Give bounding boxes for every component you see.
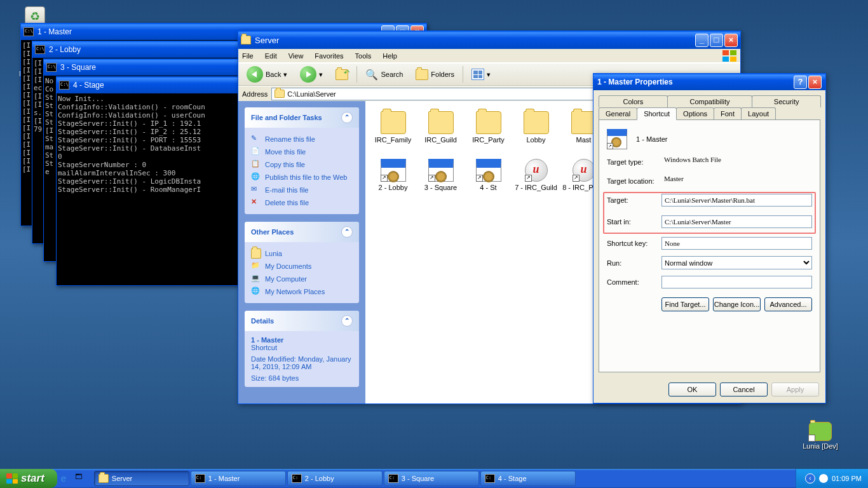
file-item[interactable]: IRC_Party: [465, 109, 512, 156]
search-button[interactable]: 🔍Search: [361, 66, 407, 83]
views-icon: [471, 69, 484, 80]
maximize-button[interactable]: □: [710, 34, 723, 47]
place-mydocs[interactable]: 📁My Documents: [251, 260, 353, 273]
menu-file[interactable]: File: [242, 52, 254, 60]
places-header[interactable]: Other Places⌃: [245, 222, 359, 242]
file-item[interactable]: IRC_Family: [369, 109, 417, 156]
windows-logo-icon: [6, 473, 18, 484]
tab-shortcut[interactable]: Shortcut: [637, 107, 677, 120]
file-item[interactable]: u7 - IRC_Guild: [512, 156, 560, 204]
properties-dialog[interactable]: 1 - Master Properties ? × Colors Compati…: [593, 73, 826, 403]
explorer-menubar: File Edit View Favorites Tools Help: [238, 49, 740, 63]
shortcutkey-label: Shortcut key:: [607, 240, 661, 247]
close-button[interactable]: ×: [808, 76, 822, 89]
file-item[interactable]: 3 - Square: [417, 156, 465, 204]
tasks-panel: File and Folder Tasks⌃ ✎Rename this file…: [245, 107, 359, 214]
dialog-footer: OK Cancel Apply: [593, 377, 825, 403]
task-label: Publish this file to the Web: [265, 173, 347, 181]
tray-icon[interactable]: [819, 474, 828, 483]
task-email[interactable]: ✉E-mail this file: [251, 184, 353, 196]
tab-colors[interactable]: Colors: [599, 95, 668, 107]
up-button[interactable]: ↶: [331, 67, 353, 83]
target-input[interactable]: [661, 194, 812, 207]
advanced-button[interactable]: Advanced...: [764, 297, 812, 311]
apply-button[interactable]: Apply: [771, 383, 819, 396]
change-icon-button[interactable]: Change Icon...: [713, 297, 761, 311]
views-button[interactable]: ▾: [467, 66, 495, 83]
shortcut-icon: [381, 159, 406, 182]
task-rename[interactable]: ✎Rename this file: [251, 133, 353, 146]
task-delete[interactable]: ✕Delete this file: [251, 196, 353, 209]
explorer-titlebar[interactable]: Server _ □ ×: [238, 31, 740, 49]
shortcut-icon: [476, 159, 501, 182]
file-item[interactable]: 4 - St: [465, 156, 512, 204]
minimize-button[interactable]: _: [695, 34, 709, 47]
show-desktop-icon[interactable]: 🗔: [75, 473, 86, 484]
folder-icon: [381, 111, 406, 134]
menu-help[interactable]: Help: [383, 52, 397, 60]
help-button[interactable]: ?: [794, 76, 807, 89]
taskbar-item[interactable]: Server: [94, 471, 189, 486]
place-mycomputer[interactable]: 💻My Computer: [251, 273, 353, 285]
shortcut-name: 1 - Master: [636, 135, 668, 143]
tab-font[interactable]: Font: [714, 107, 742, 119]
search-label: Search: [381, 71, 403, 78]
target-type-label: Target type:: [607, 158, 661, 166]
taskbar: start e 🗔 Server1 - Master2 - Lobby3 - S…: [0, 469, 868, 488]
task-publish[interactable]: 🌐Publish this file to the Web: [251, 171, 353, 184]
dropdown-icon: ▾: [487, 71, 491, 79]
folders-button[interactable]: Folders: [411, 67, 459, 83]
taskbar-item[interactable]: 2 - Lobby: [287, 471, 383, 486]
taskbar-item[interactable]: 1 - Master: [191, 471, 286, 486]
tab-security[interactable]: Security: [752, 95, 821, 107]
cancel-button[interactable]: Cancel: [720, 383, 768, 396]
details-header[interactable]: Details⌃: [245, 311, 359, 331]
cmd-icon: [292, 474, 302, 483]
address-label: Address: [242, 90, 268, 98]
place-label: My Documents: [265, 262, 311, 270]
task-copy[interactable]: 📋Copy this file: [251, 158, 353, 171]
chevron-up-icon[interactable]: ⌃: [341, 226, 353, 238]
place-lunia[interactable]: Lunia: [251, 247, 353, 260]
properties-titlebar[interactable]: 1 - Master Properties ? ×: [593, 74, 825, 90]
close-button[interactable]: ×: [724, 34, 738, 47]
start-button[interactable]: start: [0, 469, 57, 488]
menu-tools[interactable]: Tools: [355, 52, 372, 60]
task-move[interactable]: 📄Move this file: [251, 146, 353, 158]
details-size: Size: 684 bytes: [251, 374, 353, 382]
menu-view[interactable]: View: [288, 52, 304, 60]
run-select[interactable]: Normal window: [661, 256, 812, 269]
back-button[interactable]: Back▾: [242, 64, 292, 85]
folders-icon: [416, 69, 428, 80]
move-icon: 📄: [251, 147, 261, 157]
ie-icon[interactable]: e: [61, 473, 72, 484]
tab-general[interactable]: General: [599, 107, 637, 119]
details-modified: Date Modified: Monday, January 14, 2019,…: [251, 355, 353, 370]
chevron-up-icon[interactable]: ⌃: [341, 112, 353, 123]
file-item[interactable]: 2 - Lobby: [369, 156, 417, 204]
comment-input[interactable]: [661, 276, 812, 288]
chevron-up-icon[interactable]: ⌃: [341, 315, 353, 327]
menu-edit[interactable]: Edit: [265, 52, 277, 60]
file-item[interactable]: IRC_Guild: [417, 109, 465, 156]
quicklaunch: e 🗔: [57, 473, 90, 484]
startin-input[interactable]: [661, 215, 812, 228]
place-label: Lunia: [265, 250, 282, 257]
ok-button[interactable]: OK: [668, 383, 716, 396]
tray-collapse-icon[interactable]: ‹: [805, 473, 815, 484]
file-label: 2 - Lobby: [370, 184, 416, 191]
place-network[interactable]: 🌐My Network Places: [251, 285, 353, 298]
menu-favorites[interactable]: Favorites: [315, 52, 343, 60]
desktop-icon-lunia[interactable]: ↗ Lunia [Dev]: [798, 422, 843, 450]
taskbar-item[interactable]: 3 - Square: [384, 471, 479, 486]
tasks-header[interactable]: File and Folder Tasks⌃: [245, 107, 359, 128]
tab-compatibility[interactable]: Compatibility: [667, 95, 753, 107]
tab-layout[interactable]: Layout: [741, 107, 776, 119]
file-item[interactable]: Lobby: [512, 109, 560, 156]
find-target-button[interactable]: Find Target...: [661, 297, 709, 311]
tab-options[interactable]: Options: [676, 107, 714, 119]
forward-button[interactable]: ▾: [295, 64, 327, 85]
taskbar-item[interactable]: 4 - Stage: [480, 471, 576, 486]
dropdown-icon: ▾: [283, 71, 287, 79]
shortcutkey-input[interactable]: [661, 237, 812, 250]
